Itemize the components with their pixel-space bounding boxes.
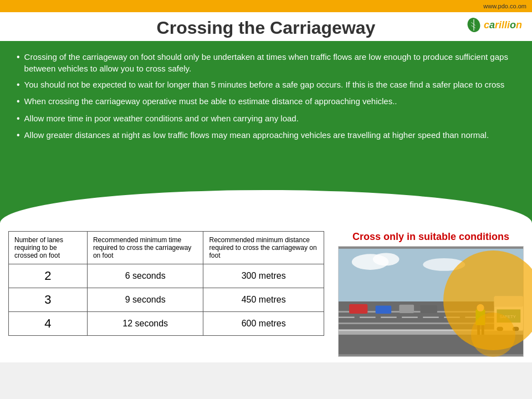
- table-header-row: Number of lanes requiring to be crossed …: [9, 232, 324, 264]
- title-section: Crossing the Carriageway: [0, 12, 532, 41]
- logo-text: carillion: [484, 19, 522, 31]
- crossing-data-table: Number of lanes requiring to be crossed …: [8, 231, 324, 336]
- row2-time: 9 seconds: [87, 288, 203, 312]
- svg-rect-21: [376, 306, 392, 314]
- svg-rect-15: [423, 317, 439, 318]
- row1-time: 6 seconds: [87, 264, 203, 288]
- svg-point-6: [373, 253, 400, 265]
- bottom-section: Number of lanes requiring to be crossed …: [0, 223, 532, 362]
- table-container: Number of lanes requiring to be crossed …: [8, 231, 330, 357]
- table-row: 2 6 seconds 300 metres: [9, 264, 324, 288]
- table-row: 3 9 seconds 450 metres: [9, 288, 324, 312]
- svg-rect-20: [349, 304, 367, 314]
- row1-distance: 300 metres: [203, 264, 324, 288]
- top-bar: www.pdo.co.om: [0, 0, 532, 12]
- col-header-lanes: Number of lanes requiring to be crossed …: [9, 232, 88, 264]
- main-green-area: Crossing the Carriageway carillion Cross…: [0, 12, 532, 223]
- table-row: 4 12 seconds 600 metres: [9, 312, 324, 336]
- col-header-time: Recommended minimum time required to cro…: [87, 232, 203, 264]
- content-area: Crossing of the carriageway on foot shou…: [0, 41, 532, 180]
- bullet-list: Crossing of the carriageway on foot shou…: [17, 51, 515, 142]
- carillion-logo: carillion: [462, 15, 526, 35]
- svg-rect-23: [420, 305, 437, 313]
- website-url: www.pdo.co.om: [483, 3, 526, 9]
- yellow-circle-decoration-small: [471, 313, 515, 357]
- row3-time: 12 seconds: [87, 312, 203, 336]
- bullet-item-2: You should not be expected to wait for l…: [17, 79, 515, 91]
- svg-rect-14: [402, 317, 418, 318]
- cross-caption: Cross only in suitable conditions: [352, 231, 509, 243]
- bullet-item-1: Crossing of the carriageway on foot shou…: [17, 51, 515, 74]
- bullet-item-4: Allow more time in poor weather conditio…: [17, 112, 515, 125]
- col-header-distance: Recommended minimum distance required to…: [203, 232, 324, 264]
- svg-rect-13: [381, 317, 397, 318]
- svg-rect-12: [360, 317, 376, 318]
- row3-distance: 600 metres: [203, 312, 324, 336]
- row2-distance: 450 metres: [203, 288, 324, 312]
- svg-rect-22: [399, 305, 414, 313]
- logo-area: carillion: [462, 15, 526, 35]
- svg-rect-11: [339, 317, 355, 318]
- bullet-item-3: When crossing the carriageway operative …: [17, 95, 515, 108]
- row1-lanes: 2: [9, 264, 88, 288]
- logo-leaf-icon: [466, 17, 482, 33]
- bullet-item-5: Allow greater distances at night as low …: [17, 129, 515, 141]
- row3-lanes: 4: [9, 312, 88, 336]
- page-title: Crossing the Carriageway: [0, 18, 532, 38]
- green-wave-decoration: [0, 190, 532, 223]
- row2-lanes: 3: [9, 288, 88, 312]
